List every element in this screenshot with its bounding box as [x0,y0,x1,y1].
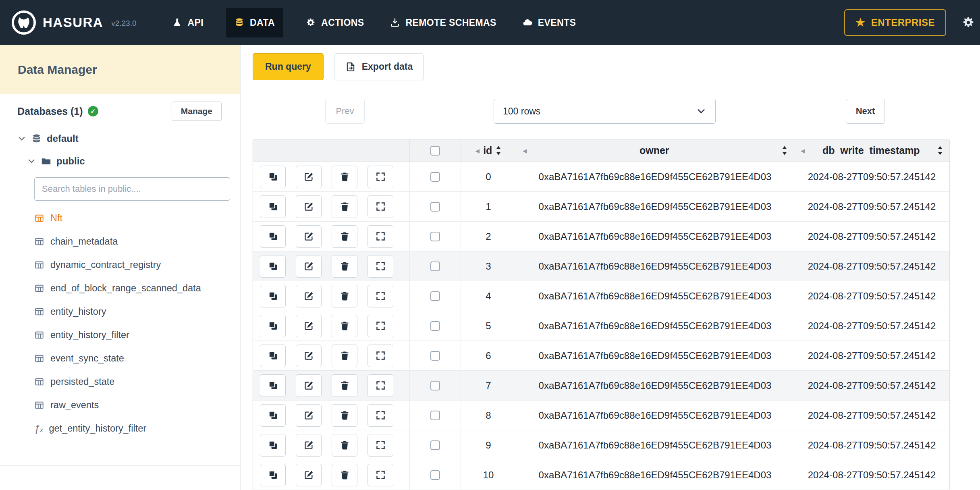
row-checkbox[interactable] [430,381,440,390]
expand-row-button[interactable] [368,345,393,367]
expand-row-button[interactable] [368,195,393,218]
sidebar-table-raw_events[interactable]: raw_events [34,393,222,417]
edit-row-button[interactable] [296,404,322,427]
edit-row-button[interactable] [296,464,322,486]
sort-icon[interactable] [937,145,943,156]
manage-button[interactable]: Manage [172,102,222,121]
delete-row-button[interactable] [332,225,357,248]
select-all-checkbox[interactable] [430,146,440,156]
table-header-row: ◂ id ◂ owner ◂ db_write_timestamp [253,139,949,162]
clone-row-button[interactable] [260,166,286,188]
sidebar-table-event_sync_state[interactable]: event_sync_state [34,347,222,370]
clone-row-button[interactable] [260,374,286,397]
row-checkbox[interactable] [430,470,440,480]
expand-row-button[interactable] [368,315,393,337]
clone-row-button[interactable] [260,195,286,218]
edit-row-button[interactable] [296,315,322,337]
collapse-column-icon[interactable]: ◂ [475,146,480,156]
sidebar-table-entity_history_filter[interactable]: entity_history_filter [34,323,222,347]
delete-row-button[interactable] [332,374,357,397]
row-checkbox[interactable] [430,440,440,450]
sidebar-table-entity_history[interactable]: entity_history [34,300,222,323]
prev-page-button[interactable]: Prev [325,99,365,124]
nav-item-remote-schemas[interactable]: REMOTE SCHEMAS [386,8,499,37]
run-query-button[interactable]: Run query [253,53,324,80]
edit-row-button[interactable] [296,285,322,307]
edit-row-button[interactable] [296,434,322,457]
row-checkbox[interactable] [430,351,440,361]
edit-row-button[interactable] [296,374,322,397]
clone-row-button[interactable] [260,404,286,427]
nav-item-actions[interactable]: ACTIONS [302,8,367,37]
clone-row-button[interactable] [260,285,286,307]
clone-row-button[interactable] [260,225,286,248]
tree-node-public[interactable]: public [17,150,222,172]
row-checkbox[interactable] [430,172,440,182]
nav-item-data[interactable]: DATA [226,8,283,37]
edit-row-button[interactable] [296,345,322,367]
sidebar-table-dynamic_contract_registry[interactable]: dynamic_contract_registry [34,253,222,276]
cell-owner: 0xaBA7161A7fb69c88e16ED9f455CE62B791EE4D… [516,401,794,430]
export-label: Export data [362,61,413,72]
hasura-logo[interactable]: HASURA v2.23.0 [11,10,137,35]
row-checkbox[interactable] [430,232,440,241]
expand-row-button[interactable] [368,404,393,427]
collapse-column-icon[interactable]: ◂ [523,146,527,156]
row-checkbox[interactable] [430,291,440,301]
enterprise-button[interactable]: ★ ENTERPRISE [844,9,946,36]
column-header-owner[interactable]: ◂ owner [516,139,794,162]
delete-row-button[interactable] [332,404,357,427]
delete-row-button[interactable] [332,345,357,367]
nav-item-events[interactable]: EVENTS [519,8,579,37]
delete-row-button[interactable] [332,255,357,278]
sort-icon[interactable] [782,145,787,156]
sidebar-table-end_of_block_range_scanned_data[interactable]: end_of_block_range_scanned_data [34,276,222,300]
nav-label: ACTIONS [321,17,364,28]
column-header-id[interactable]: ◂ id [461,139,516,162]
clone-row-button[interactable] [260,434,286,457]
expand-row-button[interactable] [368,374,393,397]
expand-row-button[interactable] [368,285,393,307]
edit-row-button[interactable] [296,166,322,188]
delete-row-button[interactable] [332,166,357,188]
row-checkbox[interactable] [430,411,440,420]
sidebar-table-persisted_state[interactable]: persisted_state [34,370,222,393]
cell-db_write_timestamp: 2024-08-27T09:50:57.245142 [794,222,949,251]
expand-row-button[interactable] [368,225,393,248]
export-data-button[interactable]: Export data [334,53,424,80]
tree-node-default[interactable]: default [17,127,222,150]
next-page-button[interactable]: Next [846,99,885,124]
expand-row-button[interactable] [368,434,393,457]
edit-row-button[interactable] [296,255,322,278]
nav-item-api[interactable]: API [169,8,207,37]
expand-row-button[interactable] [368,166,393,188]
table-name: Nft [50,213,62,224]
row-checkbox-cell [410,460,461,490]
delete-row-button[interactable] [332,315,357,337]
row-checkbox[interactable] [430,262,440,271]
delete-row-button[interactable] [332,434,357,457]
sidebar-table-get_entity_history_filter[interactable]: ƒxget_entity_history_filter [34,417,222,440]
clone-row-button[interactable] [260,315,286,337]
expand-row-button[interactable] [368,464,393,486]
sidebar-table-chain_metadata[interactable]: chain_metadata [34,230,222,253]
search-tables-input[interactable] [34,177,230,201]
column-header-db-write-timestamp[interactable]: ◂ db_write_timestamp [794,139,949,162]
column-label: id [483,145,492,156]
row-checkbox[interactable] [430,321,440,331]
delete-row-button[interactable] [332,285,357,307]
delete-row-button[interactable] [332,195,357,218]
rows-per-page-select[interactable]: 100 rows [494,99,716,124]
sidebar-table-Nft[interactable]: Nft [34,206,222,230]
settings-gear-icon[interactable] [961,16,975,29]
row-checkbox[interactable] [430,202,440,212]
edit-row-button[interactable] [296,195,322,218]
collapse-column-icon[interactable]: ◂ [801,146,805,156]
sort-icon[interactable] [496,145,501,156]
expand-row-button[interactable] [368,255,393,278]
clone-row-button[interactable] [260,255,286,278]
delete-row-button[interactable] [332,464,357,486]
clone-row-button[interactable] [260,464,286,486]
edit-row-button[interactable] [296,225,322,248]
clone-row-button[interactable] [260,345,286,367]
